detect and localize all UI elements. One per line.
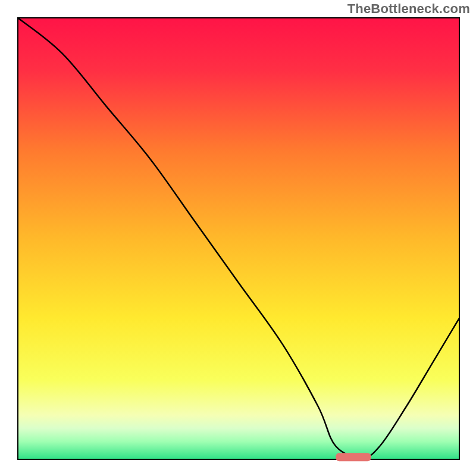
watermark-text: TheBottleneck.com [347,1,470,17]
plot-area [18,18,459,459]
bottleneck-chart [0,0,476,476]
optimal-marker [336,453,371,461]
